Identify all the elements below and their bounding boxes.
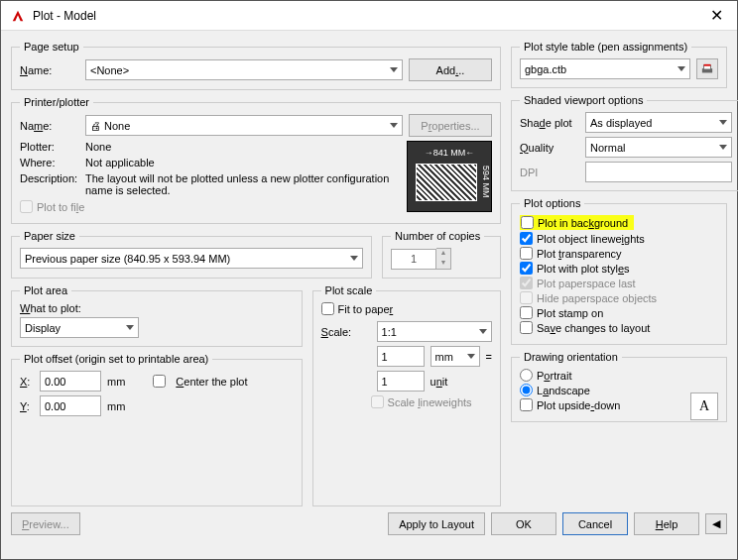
name-label: Name: <box>20 64 79 76</box>
cancel-button[interactable]: Cancel <box>562 512 628 535</box>
copies-spinner: ▲▼ <box>436 248 451 270</box>
apply-to-layout-button[interactable]: Apply to Layout <box>388 512 485 535</box>
paper-height-dim: 594 MM <box>481 166 491 203</box>
paper-size-select[interactable]: Previous paper size (840.95 x 593.94 MM) <box>20 248 363 269</box>
landscape-radio[interactable] <box>520 384 533 396</box>
plot-dialog: Plot - Model ✕ Page setup Name: <None> A… <box>0 0 738 560</box>
desc-value: The layout will not be plotted unless a … <box>85 172 401 196</box>
unit-b-label: unit <box>430 376 448 388</box>
paper-size-group: Paper size Previous paper size (840.95 x… <box>11 230 372 279</box>
center-plot-checkbox[interactable] <box>153 375 166 388</box>
plot-area-group: Plot area What to plot: Display <box>11 284 303 347</box>
edit-style-button[interactable] <box>696 58 718 79</box>
dpi-label: DPI <box>520 167 579 178</box>
plot-stamp-checkbox[interactable] <box>520 306 533 319</box>
add-page-setup-button[interactable]: Add... <box>409 58 492 81</box>
portrait-radio[interactable] <box>520 369 533 382</box>
paper-preview: →841 MM← 594 MM <box>407 141 492 212</box>
what-to-plot-select[interactable]: Display <box>20 317 139 338</box>
plot-offset-legend: Plot offset (origin set to printable are… <box>20 353 212 365</box>
plot-background-checkbox[interactable] <box>521 216 534 229</box>
plot-transparency-checkbox[interactable] <box>520 247 533 260</box>
printer-name-label: Name: <box>20 120 79 132</box>
ok-button[interactable]: OK <box>491 512 556 535</box>
y-mm-label: mm <box>107 400 125 412</box>
printer-name-select[interactable]: 🖨 None <box>85 115 403 136</box>
shaded-viewport-group: Shaded viewport options Shade plotAs dis… <box>511 94 738 191</box>
plot-background-label: Plot in background <box>538 217 628 229</box>
plot-offset-group: Plot offset (origin set to printable are… <box>11 353 303 506</box>
hide-paperspace-checkbox <box>520 291 533 304</box>
plot-paperspace-label: Plot paperspace last <box>537 278 636 289</box>
plot-options-group: Plot options Plot in background Plot obj… <box>511 197 727 345</box>
x-input[interactable] <box>40 371 101 392</box>
portrait-label: Portrait <box>537 370 571 382</box>
paper-size-legend: Paper size <box>20 230 79 242</box>
preview-button[interactable]: Preview... <box>11 512 80 535</box>
equals-label: = <box>486 351 492 363</box>
dpi-input <box>585 162 732 182</box>
fit-to-paper-label: Fit to paper <box>338 303 394 315</box>
style-table-select[interactable]: gbga.ctb <box>520 58 690 79</box>
scale-label: Scale: <box>321 326 371 338</box>
plot-obj-lineweights-label: Plot object lineweights <box>537 233 645 245</box>
save-changes-label: Save changes to layout <box>537 322 650 334</box>
shaded-legend: Shaded viewport options <box>520 94 647 106</box>
page-setup-group: Page setup Name: <None> Add... <box>11 41 501 90</box>
plot-obj-lineweights-checkbox[interactable] <box>520 232 533 245</box>
titlebar: Plot - Model ✕ <box>1 1 737 31</box>
app-logo-icon <box>11 9 25 23</box>
center-plot-label: Center the plot <box>176 376 247 388</box>
style-table-legend: Plot style table (pen assignments) <box>520 41 691 53</box>
landscape-label: Landscape <box>537 385 590 396</box>
hide-paperspace-label: Hide paperspace objects <box>537 292 657 304</box>
plot-area-legend: Plot area <box>20 284 71 296</box>
printer-properties-button: Properties... <box>409 114 492 137</box>
quality-select[interactable]: Normal <box>585 137 732 158</box>
upside-down-label: Plot upside-down <box>537 399 620 411</box>
page-setup-legend: Page setup <box>20 41 83 53</box>
x-label: X: <box>20 376 34 388</box>
chevron-down-icon: ▼ <box>436 259 450 269</box>
paper-width-dim: →841 MM← <box>418 148 481 158</box>
plot-paperspace-checkbox <box>520 277 533 289</box>
copies-group: Number of copies ▲▼ <box>382 230 501 279</box>
plot-stamp-label: Plot stamp on <box>537 307 603 319</box>
plot-style-table-group: Plot style table (pen assignments) gbga.… <box>511 41 727 88</box>
plot-transparency-label: Plot transparency <box>537 248 622 260</box>
scale-unit-a-select[interactable]: mm <box>430 346 480 367</box>
fit-to-paper-checkbox[interactable] <box>321 302 334 315</box>
orientation-group: Drawing orientation Portrait Landscape P… <box>511 351 727 422</box>
close-icon[interactable]: ✕ <box>706 6 727 25</box>
chevron-left-icon: ◀ <box>712 517 720 530</box>
plotter-label: Plotter: <box>20 141 79 153</box>
expand-options-button[interactable]: ◀ <box>705 513 727 534</box>
plot-to-file-label: Plot to file <box>37 201 84 213</box>
plot-with-styles-checkbox[interactable] <box>520 262 533 275</box>
plot-options-legend: Plot options <box>520 197 584 209</box>
scale-num-a-input[interactable] <box>377 346 425 367</box>
help-button[interactable]: Help <box>634 512 699 535</box>
upside-down-checkbox[interactable] <box>520 398 533 411</box>
scale-select[interactable]: 1:1 <box>377 321 492 342</box>
orientation-legend: Drawing orientation <box>520 351 622 363</box>
where-value: Not applicable <box>85 157 155 168</box>
y-input[interactable] <box>40 395 101 416</box>
plot-to-file-checkbox <box>20 200 33 213</box>
page-setup-name-select[interactable]: <None> <box>85 59 403 80</box>
printer-plotter-group: Printer/plotter Name: 🖨 None Properties.… <box>11 96 501 224</box>
shade-plot-select[interactable]: As displayed <box>585 112 732 133</box>
y-label: Y: <box>20 400 34 412</box>
chevron-up-icon: ▲ <box>436 249 450 259</box>
plotter-value: None <box>85 141 111 153</box>
dialog-footer: Preview... Apply to Layout OK Cancel Hel… <box>1 506 737 545</box>
scale-num-b-input[interactable] <box>377 371 425 392</box>
scale-lineweights-checkbox <box>371 395 384 408</box>
desc-label: Description: <box>20 172 79 184</box>
orientation-preview-icon: A <box>690 392 718 420</box>
printer-legend: Printer/plotter <box>20 96 93 108</box>
save-changes-checkbox[interactable] <box>520 321 533 334</box>
scale-lineweights-label: Scale lineweights <box>388 396 472 408</box>
x-mm-label: mm <box>107 376 125 388</box>
copies-input <box>391 249 436 270</box>
